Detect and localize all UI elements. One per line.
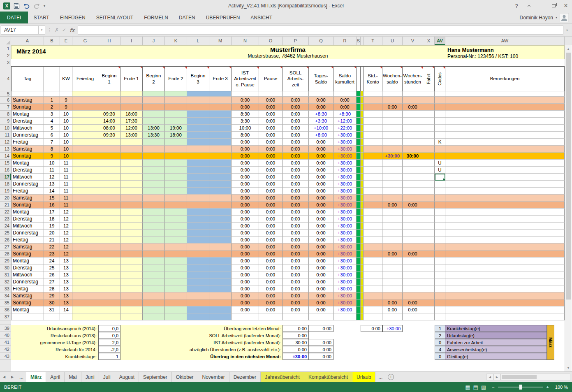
cell-L30[interactable] [187, 264, 209, 271]
cell-I37[interactable] [120, 313, 143, 320]
cell-O22[interactable]: 0:00 [259, 209, 283, 216]
cell-G5[interactable] [72, 91, 98, 97]
cell-S5[interactable] [357, 91, 361, 97]
cell-P24[interactable]: 0:00 [283, 223, 309, 230]
cell-N34[interactable]: 0:00 [232, 292, 259, 299]
cell-I10[interactable]: 12:00 [120, 125, 143, 132]
cell-K19[interactable] [165, 188, 187, 195]
cell-G23[interactable] [72, 216, 98, 223]
cell-Q21[interactable]: 0:00 [309, 202, 333, 209]
cell-AW8[interactable] [445, 111, 565, 118]
sheet-tab-juni[interactable]: Juni [81, 372, 99, 382]
hscroll-left-icon[interactable]: ◀ [486, 373, 493, 380]
cell-B28[interactable]: 23 [44, 251, 60, 257]
cell-S20[interactable] [357, 195, 361, 202]
cell-E24[interactable]: 12 [60, 223, 72, 230]
cell-R43[interactable] [333, 353, 357, 360]
cell-N26[interactable]: 0:00 [232, 237, 259, 244]
cell-M26[interactable] [209, 237, 232, 244]
cell-P23[interactable]: 0:00 [283, 216, 309, 223]
cell-AV13[interactable] [435, 146, 445, 153]
row-header-33[interactable]: 33 [0, 285, 11, 292]
cell-O30[interactable]: 0:00 [259, 264, 283, 271]
cell-AW18[interactable] [445, 181, 565, 188]
cell-M30[interactable] [209, 264, 232, 271]
cell-N15[interactable]: 0:00 [232, 160, 259, 167]
cell-AV18[interactable] [435, 181, 445, 188]
cell-AW25[interactable] [445, 230, 565, 237]
cell-R5[interactable] [333, 91, 357, 97]
cell-G18[interactable] [72, 181, 98, 188]
sheet-nav-prev-icon[interactable]: ◀ [0, 372, 8, 382]
cell-B25[interactable]: 20 [44, 230, 60, 237]
cell-I30[interactable] [120, 264, 143, 271]
cell-M7[interactable] [209, 104, 232, 111]
cell-P32[interactable]: 0:00 [283, 278, 309, 285]
row-header-39[interactable]: 39 [0, 325, 11, 332]
cell-B19[interactable]: 14 [44, 188, 60, 195]
cell-S231[interactable] [361, 271, 364, 278]
cell-I23[interactable] [120, 216, 143, 223]
cell-E8[interactable]: 10 [60, 111, 72, 118]
cell-O33[interactable]: 0:00 [259, 285, 283, 292]
cell-J33[interactable] [143, 285, 165, 292]
cell-E22[interactable]: 12 [60, 209, 72, 216]
cell-H15[interactable] [98, 160, 120, 167]
cell-L35[interactable] [187, 299, 209, 306]
cell-H25[interactable] [98, 230, 120, 237]
cell-AW15[interactable] [445, 160, 565, 167]
cell-G19[interactable] [72, 188, 98, 195]
cell-G10[interactable] [72, 125, 98, 132]
cell-G22[interactable] [72, 209, 98, 216]
cell-X8[interactable] [423, 111, 435, 118]
row-header-2[interactable]: 2 [0, 52, 11, 59]
minimize-button[interactable] [535, 0, 547, 12]
column-header-N[interactable]: N [232, 37, 259, 45]
cell-H33[interactable] [98, 285, 120, 292]
cell-J20[interactable] [143, 195, 165, 202]
cell-H42[interactable]: -2,0 [98, 346, 120, 353]
cell-A7[interactable]: Sonntag [11, 104, 44, 111]
cell-I8[interactable]: 18:00 [120, 111, 143, 118]
cell-P39[interactable]: 0:00 [283, 325, 309, 332]
row-header-12[interactable]: 12 [0, 139, 11, 146]
cell-T30[interactable] [364, 264, 382, 271]
cell-A15[interactable]: Montag [11, 160, 44, 167]
cell-N36[interactable]: 0:00 [232, 306, 259, 313]
cell-S6[interactable] [357, 97, 361, 104]
cell-S232[interactable] [361, 278, 364, 285]
cell-Q33[interactable]: 0:00 [309, 285, 333, 292]
row-header-18[interactable]: 18 [0, 181, 11, 188]
cell-V14[interactable]: 30:00 [403, 153, 423, 160]
row-header-35[interactable]: 35 [0, 299, 11, 306]
cell-B33[interactable]: 28 [44, 285, 60, 292]
cell-K8[interactable] [165, 111, 187, 118]
cell-K25[interactable] [165, 230, 187, 237]
cell-J12[interactable] [143, 139, 165, 146]
cell-V8[interactable] [403, 111, 423, 118]
cell-L5[interactable] [187, 91, 209, 97]
cell-N8[interactable]: 8:30 [232, 111, 259, 118]
cell-S13[interactable] [357, 146, 361, 153]
formula-bar-expand-icon[interactable]: ▾ [563, 28, 571, 32]
cell-X37[interactable] [423, 313, 435, 320]
cell-K9[interactable] [165, 118, 187, 125]
cell-AV25[interactable] [435, 230, 445, 237]
row-header-24[interactable]: 24 [0, 223, 11, 230]
cell-V19[interactable] [403, 188, 423, 195]
cell-K10[interactable]: 19:00 [165, 125, 187, 132]
cell-O12[interactable]: 0:00 [259, 139, 283, 146]
cell-T36[interactable] [364, 306, 382, 313]
cell-A19[interactable]: Freitag [11, 188, 44, 195]
cell-AW34[interactable] [445, 292, 565, 299]
cell-S15[interactable] [357, 160, 361, 167]
cell-M23[interactable] [209, 216, 232, 223]
cell-K21[interactable] [165, 202, 187, 209]
column-header-AV[interactable]: AV [435, 37, 445, 45]
cell-N5[interactable] [232, 91, 259, 97]
cell-S226[interactable] [361, 237, 364, 244]
row-header-31[interactable]: 31 [0, 271, 11, 278]
cell-L15[interactable] [187, 160, 209, 167]
row-header-17[interactable]: 17 [0, 174, 11, 181]
ribbon-tab-berpr-fen[interactable]: ÜBERPRÜFEN [201, 12, 245, 23]
